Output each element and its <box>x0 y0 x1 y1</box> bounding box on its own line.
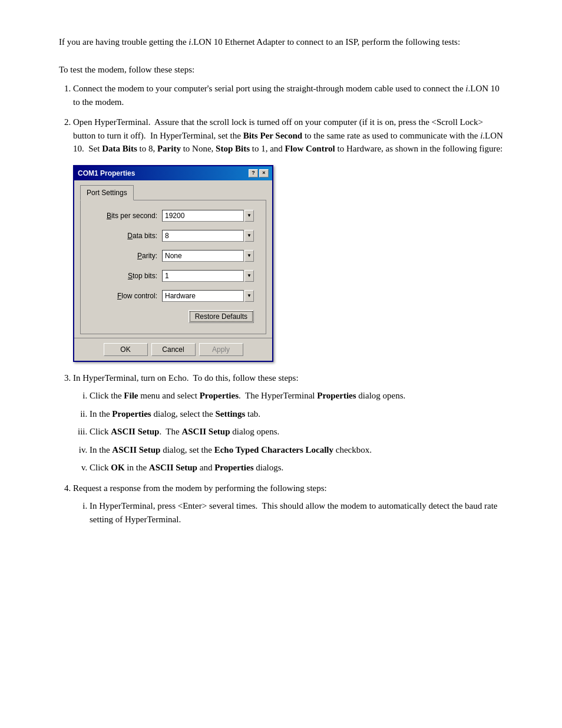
flow-control-combo[interactable]: Hardware ▼ <box>162 290 254 302</box>
step-4i: In HyperTerminal, press <Enter> several … <box>90 499 507 526</box>
dialog-title: COM1 Properties <box>78 168 135 179</box>
dialog-buttons-row: OK Cancel Apply <box>74 338 272 361</box>
stop-bits-arrow[interactable]: ▼ <box>244 270 254 282</box>
data-bits-arrow[interactable]: ▼ <box>244 230 254 242</box>
step-3v: Click OK in the ASCII Setup and Properti… <box>90 461 507 475</box>
bits-per-second-combo[interactable]: 19200 ▼ <box>162 210 254 222</box>
help-button[interactable]: ? <box>249 169 258 177</box>
ok-button[interactable]: OK <box>104 343 148 356</box>
stop-bits-label: Stop bits: <box>92 271 157 281</box>
data-bits-combo[interactable]: 8 ▼ <box>162 230 254 242</box>
cancel-button[interactable]: Cancel <box>151 343 196 356</box>
port-settings-tab[interactable]: Port Settings <box>80 185 134 200</box>
flow-control-row: Flow control: Hardware ▼ <box>92 290 254 302</box>
flow-control-field[interactable]: Hardware <box>162 290 244 302</box>
bits-per-second-field[interactable]: 19200 <box>162 210 244 222</box>
com1-properties-dialog: COM1 Properties ? × Port Settings <box>73 165 273 362</box>
main-steps-list: Connect the modem to your computer's ser… <box>59 82 507 526</box>
dialog-body: Port Settings Bits per second: 19200 ▼ <box>74 180 272 338</box>
data-bits-label: Data bits: <box>92 230 157 241</box>
parity-combo[interactable]: None ▼ <box>162 250 254 262</box>
parity-row: Parity: None ▼ <box>92 250 254 262</box>
stop-bits-field[interactable]: 1 <box>162 270 244 282</box>
page-content: If you are having trouble getting the i.… <box>59 35 507 526</box>
step-4: Request a response from the modem by per… <box>73 482 507 526</box>
titlebar-buttons: ? × <box>249 169 269 177</box>
step-3i: Click the File menu and select Propertie… <box>90 389 507 403</box>
close-button[interactable]: × <box>259 169 269 177</box>
restore-defaults-button[interactable]: Restore Defaults <box>189 310 254 323</box>
stop-bits-row: Stop bits: 1 ▼ <box>92 270 254 282</box>
data-bits-field[interactable]: 8 <box>162 230 244 242</box>
bits-per-second-row: Bits per second: 19200 ▼ <box>92 210 254 222</box>
apply-button[interactable]: Apply <box>199 343 243 356</box>
parity-label: Parity: <box>92 251 157 261</box>
step-3: In HyperTerminal, turn on Echo. To do th… <box>73 371 507 475</box>
dialog-wrapper: COM1 Properties ? × Port Settings <box>73 165 507 362</box>
parity-field[interactable]: None <box>162 250 244 262</box>
step-3-substeps: Click the File menu and select Propertie… <box>73 389 507 475</box>
restore-defaults-row: Restore Defaults <box>92 310 254 323</box>
step-3ii: In the Properties dialog, select the Set… <box>90 407 507 421</box>
parity-arrow[interactable]: ▼ <box>244 250 254 262</box>
step-3iv: In the ASCII Setup dialog, set the Echo … <box>90 443 507 457</box>
step-4-substeps: In HyperTerminal, press <Enter> several … <box>73 499 507 526</box>
data-bits-row: Data bits: 8 ▼ <box>92 230 254 242</box>
flow-control-label: Flow control: <box>92 291 157 301</box>
dialog-tabs: Port Settings <box>80 185 266 200</box>
flow-control-arrow[interactable]: ▼ <box>244 290 254 302</box>
stop-bits-combo[interactable]: 1 ▼ <box>162 270 254 282</box>
bits-per-second-arrow[interactable]: ▼ <box>244 210 254 222</box>
tab-content: Bits per second: 19200 ▼ Data bits: <box>80 200 266 334</box>
dialog-titlebar: COM1 Properties ? × <box>74 166 272 180</box>
step-2: Open HyperTerminal. Assure that the scro… <box>73 116 507 362</box>
test-intro: To test the modem, follow these steps: <box>59 63 507 77</box>
bits-per-second-label: Bits per second: <box>92 210 157 221</box>
step-3iii: Click ASCII Setup. The ASCII Setup dialo… <box>90 425 507 439</box>
step-1: Connect the modem to your computer's ser… <box>73 82 507 108</box>
intro-paragraph: If you are having trouble getting the i.… <box>59 35 507 49</box>
